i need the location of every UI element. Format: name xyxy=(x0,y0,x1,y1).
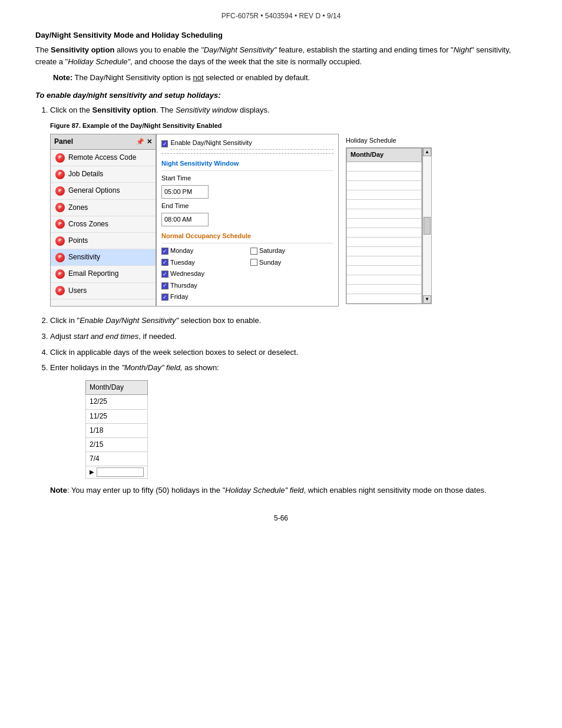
holiday-scrollbar: ▲ ▼ xyxy=(422,147,432,304)
note2: Note: You may enter up to fifty (50) hol… xyxy=(50,485,527,496)
friday-checkbox[interactable]: ✓ xyxy=(161,294,168,301)
monday-label: Monday xyxy=(170,246,193,256)
step5: Enter holidays in the "Month/Day" field,… xyxy=(50,362,527,496)
start-time-section: Start Time 05:00 PM xyxy=(161,173,333,199)
holiday-row xyxy=(347,266,422,275)
close-icon[interactable]: ✕ xyxy=(147,137,152,147)
small-holiday-row: 2/15 xyxy=(86,437,148,452)
input-row: ▶ xyxy=(90,467,144,477)
main-content: Day/Night Sensitivity Mode and Holiday S… xyxy=(35,31,527,496)
monday-item: ✓ Monday xyxy=(161,246,244,256)
holiday-table-area: Month/Day xyxy=(342,147,432,304)
sidebar-item-general-options[interactable]: P General Options xyxy=(51,183,156,199)
wednesday-label: Wednesday xyxy=(170,269,204,279)
holiday-cell xyxy=(347,200,422,209)
step1: Click on the Sensitivity option. The Sen… xyxy=(50,104,527,307)
holiday-row xyxy=(347,181,422,190)
monday-checkbox[interactable]: ✓ xyxy=(161,248,168,255)
holiday-row xyxy=(347,294,422,304)
tuesday-checkbox[interactable]: ✓ xyxy=(161,259,168,266)
occupancy-label: Normal Occupancy Schedule xyxy=(161,231,333,243)
small-holiday-row: 1/18 xyxy=(86,423,148,437)
holiday-cell xyxy=(347,247,422,256)
p-icon-users: P xyxy=(55,286,65,295)
holiday-row xyxy=(347,190,422,200)
sidebar-label-email: Email Reporting xyxy=(68,268,118,279)
scroll-thumb[interactable] xyxy=(424,217,431,235)
note2-italic: Holiday Schedule" field xyxy=(225,486,303,495)
sidebar-item-email-reporting[interactable]: P Email Reporting xyxy=(51,266,156,282)
saturday-label: Saturday xyxy=(259,246,285,256)
wednesday-checkbox[interactable]: ✓ xyxy=(161,271,168,278)
sensitivity-panel: ✓ Enable Day/Night Sensitivity Night Sen… xyxy=(156,134,339,307)
holiday-cell xyxy=(347,228,422,238)
page-footer: 5-66 xyxy=(35,514,527,522)
holiday-cell xyxy=(347,294,422,304)
holiday-row xyxy=(347,247,422,256)
holiday-value-2: 11/25 xyxy=(86,409,148,423)
steps-list: Click on the Sensitivity option. The Sen… xyxy=(50,104,527,496)
step3-italic: start and end times xyxy=(74,332,139,341)
step2-italic: Enable Day/Night Sensitivity" xyxy=(80,316,178,325)
start-time-label: Start Time xyxy=(161,173,333,184)
end-time-label: End Time xyxy=(161,201,333,212)
holiday-value-4: 2/15 xyxy=(86,437,148,452)
holiday-value-5: 7/4 xyxy=(86,452,148,466)
holiday-row xyxy=(347,285,422,294)
holiday-input[interactable] xyxy=(97,467,144,477)
scroll-down-arrow[interactable]: ▼ xyxy=(423,295,431,304)
sidebar-label-points: Points xyxy=(68,235,88,246)
end-time-section: End Time 08:00 AM xyxy=(161,201,333,226)
start-time-value[interactable]: 05:00 PM xyxy=(161,185,209,199)
holiday-table: Month/Day xyxy=(346,148,422,304)
sidebar-label-job: Job Details xyxy=(68,169,103,180)
pin-icon[interactable]: 📌 xyxy=(136,137,144,147)
p-icon-cross-zones: P xyxy=(55,219,65,229)
sidebar-label-cross-zones: Cross Zones xyxy=(68,219,108,230)
sensitivity-option-bold: Sensitivity option xyxy=(51,45,114,54)
header: PFC-6075R • 5403594 • REV D • 9/14 xyxy=(35,12,527,20)
page-number: 5-66 xyxy=(274,514,288,522)
tuesday-item: ✓ Tuesday xyxy=(161,258,244,268)
enable-checkbox[interactable]: ✓ xyxy=(161,140,168,147)
sunday-checkbox[interactable] xyxy=(250,259,257,266)
scroll-track xyxy=(423,156,431,217)
intro-paragraph: The Sensitivity option allows you to ena… xyxy=(35,44,527,67)
sidebar-item-users[interactable]: P Users xyxy=(51,283,156,299)
figure-caption: Figure 87. Example of the Day/Night Sens… xyxy=(50,121,527,131)
sidebar-label-sensitivity: Sensitivity xyxy=(68,252,100,263)
holiday-row xyxy=(347,256,422,266)
holiday-cell xyxy=(347,219,422,228)
small-month-day-header: Month/Day xyxy=(86,381,148,395)
holiday-row xyxy=(347,162,422,172)
holiday-schedule-header: Holiday Schedule xyxy=(342,134,432,148)
p-icon-points: P xyxy=(55,236,65,246)
sidebar-item-cross-zones[interactable]: P Cross Zones xyxy=(51,216,156,233)
row-arrow-icon: ▶ xyxy=(90,467,94,477)
month-day-header: Month/Day xyxy=(347,149,422,162)
note1: Note: The Day/Night Sensitivity option i… xyxy=(53,72,527,84)
holiday-cell xyxy=(347,172,422,181)
holiday-cell xyxy=(347,238,422,247)
note2-bold: Note xyxy=(50,486,67,495)
p-icon-sensitivity: P xyxy=(55,253,65,262)
panel-sidebar: Panel 📌 ✕ P Remote Access Code P xyxy=(50,134,156,307)
sidebar-item-zones[interactable]: P Zones xyxy=(51,200,156,216)
wednesday-item: ✓ Wednesday xyxy=(161,269,244,279)
sidebar-item-points[interactable]: P Points xyxy=(51,233,156,249)
small-holiday-row: 11/25 xyxy=(86,409,148,423)
end-time-value[interactable]: 08:00 AM xyxy=(161,213,209,227)
tuesday-label: Tuesday xyxy=(170,258,195,268)
sidebar-item-job-details[interactable]: P Job Details xyxy=(51,166,156,183)
sidebar-item-remote-access[interactable]: P Remote Access Code xyxy=(51,150,156,166)
saturday-checkbox[interactable] xyxy=(250,248,257,255)
step1-italic: Sensitivity window xyxy=(176,106,238,114)
friday-item: ✓ Friday xyxy=(161,292,244,302)
thursday-checkbox[interactable]: ✓ xyxy=(161,282,168,289)
holiday-cell xyxy=(347,275,422,285)
night-italic: Night xyxy=(454,45,471,54)
holiday-row xyxy=(347,200,422,209)
holiday-cell xyxy=(347,266,422,275)
scroll-up-arrow[interactable]: ▲ xyxy=(423,148,431,156)
sidebar-item-sensitivity[interactable]: P Sensitivity xyxy=(51,249,156,266)
